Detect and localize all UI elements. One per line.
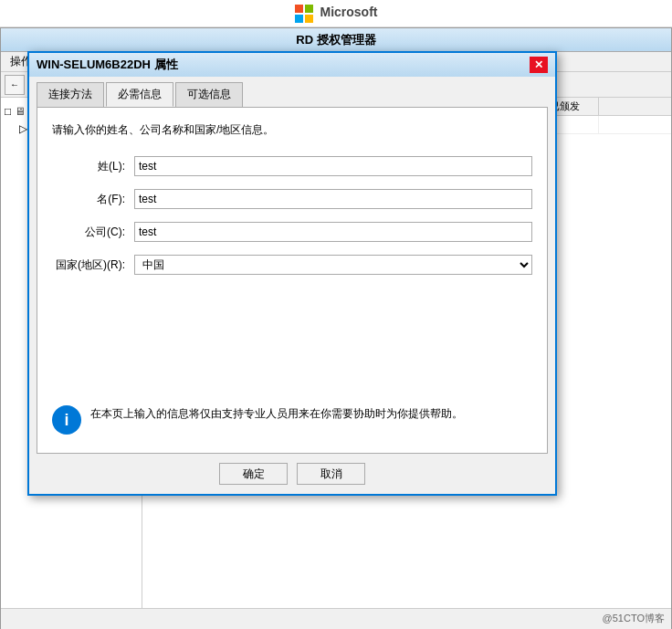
brand-label: Microsoft <box>320 5 378 23</box>
form-row-company: 公司(C): <box>52 222 532 242</box>
lastname-label: 姓(L): <box>52 159 134 174</box>
country-label: 国家(地区)(R): <box>52 257 134 273</box>
server-icon: 🖥 <box>15 105 26 118</box>
svg-rect-0 <box>295 5 303 13</box>
company-input[interactable] <box>134 222 532 242</box>
lastname-input[interactable] <box>134 156 532 176</box>
expand-icon-node1: ▷ <box>19 122 27 135</box>
form-row-firstname: 名(F): <box>52 189 532 209</box>
dialog: WIN-SELUM6B22DH 属性 ✕ 连接方法 必需信息 可选信息 请输入你… <box>27 51 557 496</box>
info-text: 在本页上输入的信息将仅由支持专业人员用来在你需要协助时为你提供帮助。 <box>90 405 463 422</box>
country-select[interactable]: 中国 <box>134 255 532 275</box>
window-title: RD 授权管理器 <box>296 32 375 48</box>
ok-button[interactable]: 确定 <box>219 463 288 485</box>
info-icon: i <box>52 405 81 435</box>
dialog-title-bar: WIN-SELUM6B22DH 属性 ✕ <box>29 53 555 77</box>
info-box: i 在本页上输入的信息将仅由支持专业人员用来在你需要协助时为你提供帮助。 <box>52 405 532 435</box>
dialog-footer: 确定 取消 <box>29 454 555 494</box>
dialog-title-text: WIN-SELUM6B22DH 属性 <box>37 57 178 73</box>
status-bar <box>1 608 671 629</box>
tab-connection-method[interactable]: 连接方法 <box>37 82 104 107</box>
toolbar-btn-1[interactable]: ← <box>5 75 25 95</box>
form-row-lastname: 姓(L): <box>52 156 532 176</box>
form-row-country: 国家(地区)(R): 中国 <box>52 255 532 275</box>
svg-rect-1 <box>305 5 313 13</box>
dialog-tabs: 连接方法 必需信息 可选信息 <box>29 77 555 107</box>
expand-icon: □ <box>5 105 11 118</box>
firstname-label: 名(F): <box>52 192 134 207</box>
dialog-description: 请输入你的姓名、公司名称和国家/地区信息。 <box>52 122 532 138</box>
tab-required-info[interactable]: 必需信息 <box>106 82 173 107</box>
svg-rect-3 <box>305 15 313 23</box>
firstname-input[interactable] <box>134 189 532 209</box>
svg-rect-2 <box>295 15 303 23</box>
dialog-content: 请输入你的姓名、公司名称和国家/地区信息。 姓(L): 名(F): 公司(C):… <box>37 107 548 454</box>
watermark: @51CTO博客 <box>603 612 665 625</box>
top-bar: Microsoft <box>0 0 672 27</box>
microsoft-logo: Microsoft <box>295 5 378 23</box>
title-bar: RD 授权管理器 <box>1 28 671 52</box>
cancel-button[interactable]: 取消 <box>297 463 365 485</box>
dialog-close-button[interactable]: ✕ <box>530 57 548 73</box>
company-label: 公司(C): <box>52 225 134 240</box>
tab-optional-info[interactable]: 可选信息 <box>175 82 243 107</box>
